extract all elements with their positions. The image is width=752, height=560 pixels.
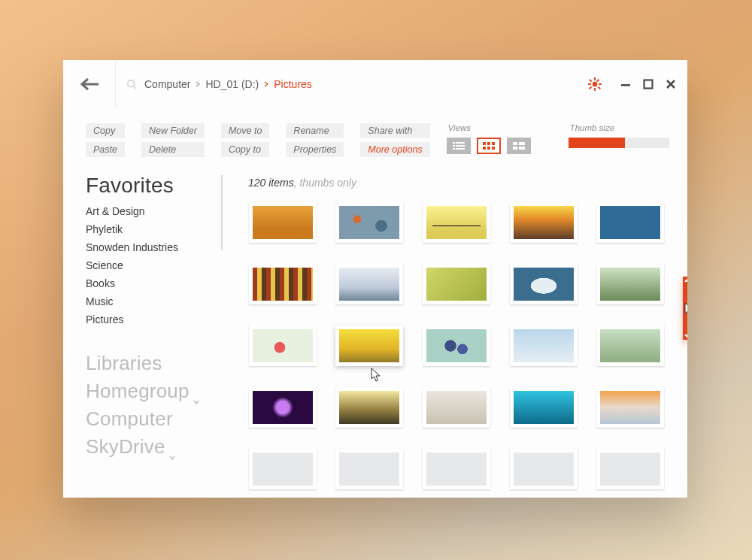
- cursor-icon: [684, 302, 687, 317]
- sidebar-fav-item[interactable]: Phyletik: [86, 220, 226, 238]
- sidebar-fav-item[interactable]: Snowden Industries: [86, 238, 226, 256]
- thumbnail[interactable]: [420, 449, 493, 489]
- svg-rect-18: [483, 142, 486, 145]
- thumbnail[interactable]: [420, 264, 493, 304]
- thumbnail[interactable]: [334, 325, 406, 366]
- svg-rect-25: [519, 142, 525, 145]
- thumbnail[interactable]: [594, 449, 666, 489]
- thumbnail[interactable]: [247, 264, 319, 304]
- window-controls: [588, 60, 677, 108]
- sidebar-root-item[interactable]: Libraries: [86, 350, 226, 377]
- copy-button[interactable]: Copy: [86, 123, 125, 138]
- svg-rect-16: [453, 148, 455, 150]
- thumbnail[interactable]: [594, 387, 666, 428]
- svg-rect-19: [487, 142, 490, 145]
- content-scrollbar[interactable]: [683, 277, 687, 340]
- svg-rect-5: [599, 83, 602, 85]
- svg-point-1: [593, 82, 597, 86]
- thumbnail[interactable]: [334, 202, 406, 243]
- svg-rect-22: [487, 147, 490, 150]
- gear-icon[interactable]: [588, 77, 602, 91]
- breadcrumb-current[interactable]: Pictures: [272, 78, 314, 90]
- svg-rect-24: [513, 142, 517, 145]
- thumb-size-label: Thumb size: [569, 123, 669, 132]
- sidebar-root-item[interactable]: Homegroup: [86, 377, 226, 405]
- thumbnail[interactable]: [508, 325, 580, 366]
- file-explorer-window: Computer HD_01 (D:) Pictures: [63, 60, 687, 498]
- sidebar-fav-item[interactable]: Books: [86, 274, 226, 292]
- back-button[interactable]: [63, 60, 116, 108]
- thumbnail[interactable]: [420, 325, 493, 366]
- chevron-down-icon: [168, 443, 176, 451]
- thumbnail[interactable]: [420, 387, 493, 428]
- grid-icon: [481, 141, 496, 151]
- sidebar-root-item[interactable]: SkyDrive: [86, 433, 226, 461]
- paste-button[interactable]: Paste: [86, 142, 125, 157]
- sidebar: Favorites Art & DesignPhyletikSnowden In…: [63, 174, 226, 498]
- svg-rect-26: [513, 147, 517, 150]
- chevron-right-icon: [195, 81, 201, 87]
- thumbnail[interactable]: [420, 202, 493, 243]
- copy-to-button[interactable]: Copy to: [221, 142, 269, 157]
- view-details-button[interactable]: [507, 138, 531, 154]
- thumbnail[interactable]: [334, 449, 406, 489]
- view-grid-button[interactable]: [477, 138, 501, 154]
- details-icon: [511, 141, 526, 151]
- titlebar: Computer HD_01 (D:) Pictures: [63, 60, 687, 108]
- new-folder-button[interactable]: New Folder: [141, 123, 205, 138]
- thumbnail[interactable]: [247, 449, 319, 489]
- sidebar-root-item[interactable]: Computer: [86, 405, 226, 433]
- count-sub: thumbs only: [299, 177, 356, 189]
- thumbnail[interactable]: [247, 387, 319, 428]
- thumbnail[interactable]: [508, 264, 580, 304]
- svg-rect-9: [589, 86, 592, 89]
- toolbar: Copy Paste New Folder Delete Move to Cop…: [63, 123, 687, 157]
- view-list-button[interactable]: [447, 138, 471, 154]
- more-options-button[interactable]: More options: [360, 142, 429, 157]
- sidebar-fav-item[interactable]: Science: [86, 256, 226, 274]
- svg-rect-27: [519, 147, 525, 150]
- thumbnail[interactable]: [334, 387, 406, 428]
- content: 120 items, thumbs only: [226, 174, 687, 498]
- thumb-size-slider[interactable]: [569, 138, 669, 148]
- maximize-button[interactable]: [642, 78, 654, 90]
- thumbnail[interactable]: [508, 387, 580, 428]
- thumbnail[interactable]: [594, 202, 666, 243]
- sidebar-scrollbar[interactable]: [221, 175, 223, 250]
- count-value: 120 items: [248, 177, 294, 189]
- search-icon[interactable]: [126, 79, 137, 89]
- sidebar-fav-item[interactable]: Art & Design: [86, 202, 226, 220]
- rename-button[interactable]: Rename: [286, 123, 344, 138]
- cursor-icon: [371, 368, 381, 383]
- svg-rect-11: [644, 80, 653, 89]
- thumbnail[interactable]: [508, 202, 580, 243]
- properties-button[interactable]: Properties: [286, 142, 344, 157]
- sidebar-fav-item[interactable]: Music: [86, 292, 226, 310]
- svg-rect-17: [456, 148, 465, 150]
- move-to-button[interactable]: Move to: [221, 123, 269, 138]
- share-with-button[interactable]: Share with: [360, 123, 429, 138]
- svg-rect-3: [594, 88, 596, 91]
- thumbnail[interactable]: [334, 264, 406, 304]
- close-button[interactable]: [665, 78, 677, 90]
- item-count: 120 items, thumbs only: [248, 177, 666, 189]
- minimize-button[interactable]: [620, 78, 632, 90]
- svg-rect-4: [588, 83, 591, 85]
- sidebar-fav-item[interactable]: Pictures: [86, 310, 226, 328]
- svg-point-0: [128, 80, 135, 87]
- svg-rect-20: [492, 142, 495, 145]
- chevron-right-icon: [263, 81, 269, 87]
- thumbnail[interactable]: [247, 325, 319, 366]
- svg-rect-23: [492, 147, 495, 150]
- delete-button[interactable]: Delete: [141, 142, 205, 157]
- views-label: Views: [447, 123, 531, 132]
- breadcrumb: Computer HD_01 (D:) Pictures: [143, 78, 314, 90]
- thumbnail[interactable]: [247, 202, 319, 243]
- svg-rect-15: [456, 145, 465, 147]
- breadcrumb-mid[interactable]: HD_01 (D:): [204, 78, 260, 90]
- breadcrumb-root[interactable]: Computer: [143, 78, 192, 90]
- scroll-down-icon: [684, 334, 687, 338]
- thumbnail[interactable]: [594, 264, 666, 304]
- thumbnail[interactable]: [508, 449, 580, 489]
- thumbnail[interactable]: [594, 325, 666, 366]
